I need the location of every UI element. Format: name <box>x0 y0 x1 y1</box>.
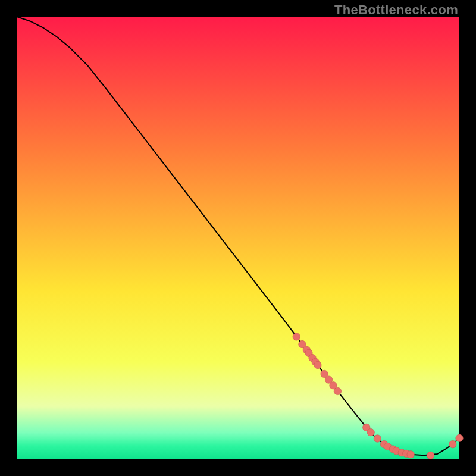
curve-line <box>17 17 459 455</box>
plot-area <box>17 17 459 459</box>
data-point <box>293 333 300 340</box>
watermark-text: TheBottleneck.com <box>334 2 458 18</box>
chart-overlay <box>17 17 459 459</box>
data-point <box>314 361 321 368</box>
data-point <box>374 435 381 442</box>
data-point <box>449 441 456 448</box>
data-point <box>407 451 414 458</box>
data-point <box>456 434 463 441</box>
data-point <box>334 387 341 394</box>
figure: TheBottleneck.com <box>0 0 476 476</box>
data-point <box>367 428 374 436</box>
data-point <box>427 452 434 459</box>
data-markers <box>293 333 463 459</box>
